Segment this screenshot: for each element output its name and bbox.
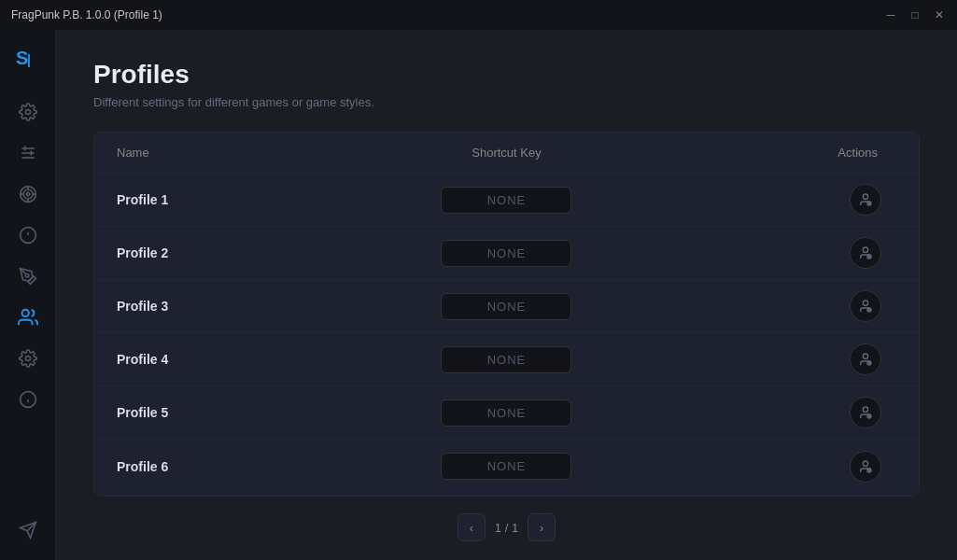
page-subtitle: Different settings for different games o… [93,95,920,109]
shortcut-button[interactable]: NONE [441,453,571,480]
shortcut-button[interactable]: NONE [441,346,571,373]
table-row: Profile 3 NONE [94,280,919,333]
actions-cell [637,290,896,322]
close-button[interactable]: ✕ [933,8,946,21]
profile-action-button[interactable] [850,451,881,483]
maximize-button[interactable]: □ [908,8,922,21]
profile-action-button[interactable] [850,237,881,269]
page-info: 1 / 1 [495,521,518,535]
svg-point-18 [25,274,28,277]
prev-page-button[interactable]: ‹ [457,513,486,541]
app-logo: S | [11,41,45,75]
sidebar-item-target[interactable] [9,175,47,213]
actions-cell [637,451,896,483]
sidebar-item-send[interactable] [9,511,47,549]
pagination: ‹ 1 / 1 › [93,513,920,541]
table-row: Profile 5 NONE [94,386,919,440]
sidebar-item-about[interactable] [9,381,47,418]
shortcut-cell: NONE [376,187,636,214]
profile-name: Profile 2 [117,245,376,260]
profile-action-button[interactable] [850,397,881,428]
sidebar-item-gear[interactable] [9,340,47,377]
sidebar-item-settings[interactable] [9,93,47,131]
svg-point-34 [863,301,867,305]
svg-point-26 [863,194,867,199]
table-body: Profile 1 NONE Profile 2 NONE [94,174,919,493]
sidebar: S | [0,30,56,560]
app-layout: S | [0,30,957,560]
table-row: Profile 1 NONE [94,174,919,227]
svg-point-38 [863,354,867,358]
svg-point-2 [25,110,30,115]
svg-point-30 [863,247,867,252]
actions-cell [637,397,896,428]
actions-cell [637,184,896,216]
shortcut-button[interactable]: NONE [441,240,571,267]
profile-name: Profile 1 [117,192,376,207]
svg-point-42 [863,407,867,412]
svg-point-10 [26,192,29,195]
profile-name: Profile 6 [117,459,376,474]
profile-name: Profile 4 [117,352,376,367]
shortcut-cell: NONE [376,346,636,373]
shortcut-button[interactable]: NONE [441,399,571,427]
shortcut-cell: NONE [376,453,636,480]
main-content: Profiles Different settings for differen… [56,30,957,560]
profiles-table: Name Shortcut Key Actions Profile 1 NONE… [93,132,920,497]
sidebar-item-sliders[interactable] [9,134,47,172]
profile-name: Profile 3 [117,299,376,314]
page-title: Profiles [93,60,920,90]
shortcut-cell: NONE [376,399,636,427]
shortcut-cell: NONE [376,293,636,320]
col-actions: Actions [637,146,896,160]
svg-point-20 [25,357,30,361]
svg-point-9 [23,189,33,199]
profile-name: Profile 5 [117,405,376,420]
sidebar-item-info[interactable] [9,217,47,254]
svg-point-19 [21,310,28,316]
titlebar: FragPunk P.B. 1.0.0 (Profile 1) ─ □ ✕ [0,0,957,30]
minimize-button[interactable]: ─ [884,8,897,21]
sidebar-item-profiles[interactable] [9,299,47,336]
table-row: Profile 6 NONE [94,440,919,493]
profile-action-button[interactable] [850,343,881,375]
profile-action-button[interactable] [850,290,881,322]
profile-action-button[interactable] [850,184,881,216]
sidebar-bottom [9,511,47,549]
actions-cell [637,237,896,269]
table-header: Name Shortcut Key Actions [94,133,919,174]
col-shortcut: Shortcut Key [376,146,636,160]
table-row: Profile 4 NONE [94,333,919,386]
actions-cell [637,343,896,375]
shortcut-button[interactable]: NONE [441,293,571,320]
table-row: Profile 2 NONE [94,227,919,280]
svg-text:|: | [27,52,31,67]
svg-point-46 [863,461,867,466]
shortcut-button[interactable]: NONE [441,187,571,214]
col-name: Name [117,146,376,160]
titlebar-title: FragPunk P.B. 1.0.0 (Profile 1) [11,8,162,21]
next-page-button[interactable]: › [528,513,556,541]
sidebar-item-pen[interactable] [9,258,47,295]
titlebar-controls: ─ □ ✕ [884,8,946,21]
shortcut-cell: NONE [376,240,636,267]
